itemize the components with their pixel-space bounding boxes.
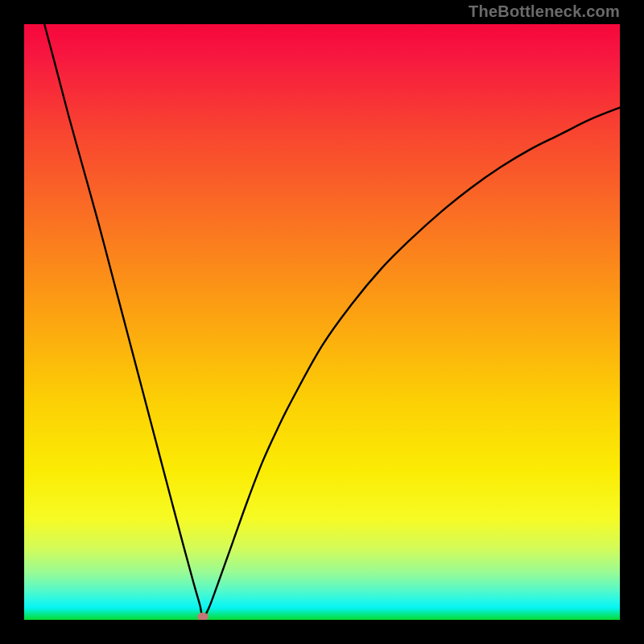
optimal-point-marker xyxy=(197,613,208,620)
plot-area xyxy=(24,24,620,620)
watermark-text: TheBottleneck.com xyxy=(469,2,620,21)
curve-layer xyxy=(24,24,620,620)
bottleneck-curve xyxy=(44,24,620,617)
chart-frame: TheBottleneck.com xyxy=(0,0,644,644)
